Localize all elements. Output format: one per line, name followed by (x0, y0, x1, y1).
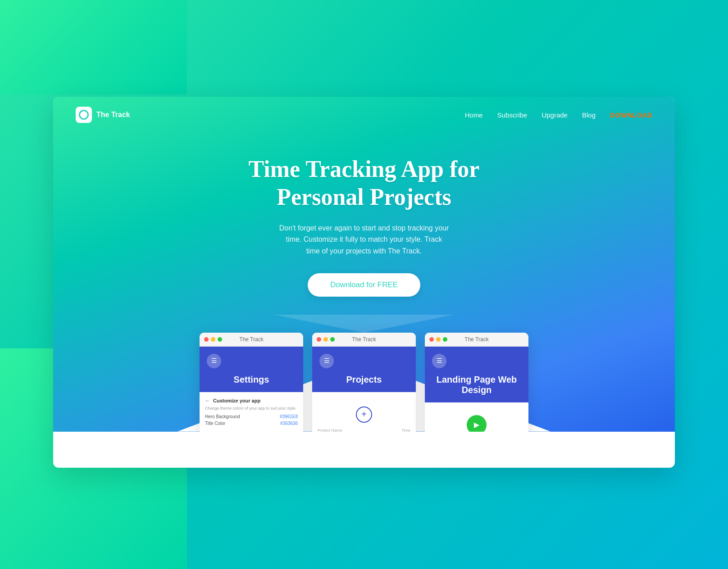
play-button[interactable]: ▶ (467, 415, 487, 432)
window-title-projects: The Track (352, 336, 376, 343)
app-header-title-landing: Landing Page Web Design (432, 375, 521, 395)
app-header-landing: ☰ Landing Page Web Design (425, 347, 528, 402)
navbar: The Track Home Subscribe Upgrade Blog DO… (53, 97, 675, 133)
app-header-title-projects: Projects (319, 375, 409, 385)
back-arrow: ← (205, 397, 210, 404)
color-label-title: Title Color (205, 421, 225, 426)
app-body-settings: ← Customize your app Change theme colors… (200, 392, 303, 432)
hamburger-icon-settings: ☰ (207, 354, 221, 368)
color-row-hero-bg: Hero Background #3961E8 (205, 414, 298, 419)
add-project-button[interactable]: + (356, 406, 372, 423)
hamburger-icon-landing: ☰ (432, 354, 446, 368)
dot-green-projects (330, 337, 335, 342)
window-dots-projects (317, 337, 335, 342)
screenshot-landing: The Track ☰ Landing Page Web Design ▶ (425, 333, 528, 432)
dot-red-landing (429, 337, 434, 342)
browser-card: The Track Home Subscribe Upgrade Blog DO… (53, 97, 675, 468)
window-dots-settings (204, 337, 222, 342)
color-label-hero-bg: Hero Background (205, 414, 240, 419)
dot-yellow-landing (436, 337, 441, 342)
window-chrome-landing: The Track (425, 333, 528, 347)
dot-yellow-settings (211, 337, 215, 342)
settings-back-row: ← Customize your app (205, 397, 298, 404)
customize-title: Customize your app (213, 398, 260, 403)
dot-red-settings (204, 337, 209, 342)
nav-link-blog[interactable]: Blog (582, 111, 596, 119)
dot-green-settings (218, 337, 222, 342)
hero-section: The Track Home Subscribe Upgrade Blog DO… (53, 97, 675, 432)
customize-subtitle: Change theme colors of your app to suit … (205, 406, 298, 411)
logo-area: The Track (76, 107, 130, 123)
dot-green-landing (443, 337, 447, 342)
hamburger-icon-projects: ☰ (319, 354, 334, 368)
nav-link-upgrade[interactable]: Upgrade (541, 111, 568, 119)
app-body-landing: ▶ Project time 27hrs 25min (425, 402, 528, 432)
bg-overlay-top-left (0, 0, 187, 95)
hero-title: Time Tracking App for Personal Projects (62, 155, 666, 212)
nav-link-download[interactable]: DOWNLOAD (610, 111, 652, 119)
nav-links: Home Subscribe Upgrade Blog DOWNLOAD (465, 111, 652, 119)
dot-yellow-projects (323, 337, 328, 342)
color-row-title: Title Color #363636 (205, 421, 298, 426)
col-project-name: Project Name (318, 428, 342, 432)
app-body-projects: + Project Name Time The Track App 47h...… (312, 392, 416, 432)
logo-text: The Track (96, 111, 130, 119)
color-value-hero-bg: #3961E8 (280, 414, 298, 419)
window-chrome-settings: The Track (200, 333, 303, 347)
col-time: Time (401, 428, 410, 432)
screenshot-settings: The Track ☰ Settings ← Customiz (200, 333, 303, 432)
window-title-landing: The Track (464, 336, 488, 343)
logo-icon-inner (79, 110, 89, 120)
download-free-button[interactable]: Download for FREE (308, 273, 420, 297)
logo-icon (76, 107, 92, 123)
hero-content: Time Tracking App for Personal Projects … (53, 133, 675, 315)
app-header-title-settings: Settings (207, 375, 296, 385)
app-header-projects: ☰ Projects (312, 347, 416, 392)
nav-link-home[interactable]: Home (465, 111, 483, 119)
window-title-settings: The Track (239, 336, 263, 343)
app-header-settings: ☰ Settings (200, 347, 303, 392)
screenshot-projects: The Track ☰ Projects + Project Na (312, 333, 416, 432)
project-table-header: Project Name Time (318, 428, 410, 432)
hero-subtitle: Don't forget ever again to start and sto… (278, 222, 450, 257)
color-value-title: #363636 (280, 421, 298, 426)
window-chrome-projects: The Track (312, 333, 416, 347)
screenshots-section: The Track ☰ Settings ← Customiz (53, 315, 675, 432)
nav-link-subscribe[interactable]: Subscribe (497, 111, 528, 119)
dot-red-projects (317, 337, 321, 342)
window-dots-landing (429, 337, 447, 342)
